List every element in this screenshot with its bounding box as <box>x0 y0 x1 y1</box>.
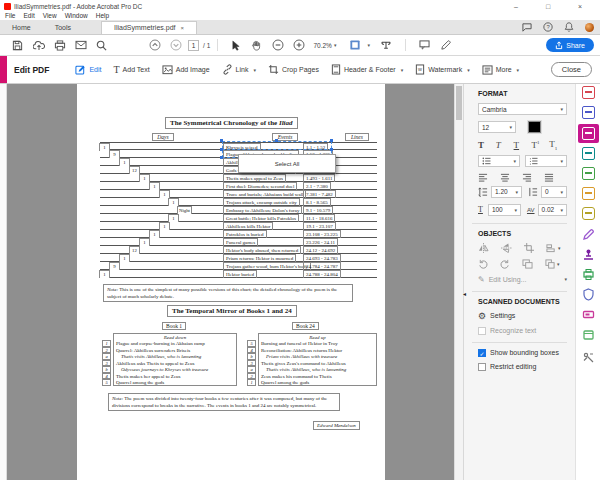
zoom-out-icon[interactable] <box>267 39 288 51</box>
share-button[interactable]: Share <box>546 38 594 52</box>
table-row[interactable]: 1Patroklos is buried23.108 - 23.225 <box>100 230 377 238</box>
tab-home[interactable]: Home <box>0 22 43 34</box>
zoom-caret-icon[interactable]: ▾ <box>334 42 337 48</box>
request-signatures-tool-icon[interactable] <box>582 187 595 200</box>
menu-view[interactable]: View <box>43 12 57 19</box>
crop-object-icon[interactable] <box>524 243 534 253</box>
settings-button[interactable]: ⚙ Settings <box>478 311 567 321</box>
table-row[interactable]: 9Trojans gather wood, burn Hektor's body… <box>100 262 377 270</box>
table-row[interactable]: 1Great battle; Hektor kills Patroklos11.… <box>100 214 377 222</box>
note-2[interactable]: Note: The poem was divided into twenty-f… <box>108 393 340 411</box>
table-row[interactable]: 1Thetis makes appeal to Zeus1.493 - 1.61… <box>100 174 377 182</box>
horizontal-scale-dropdown[interactable]: 100▾ <box>488 204 521 216</box>
panel-collapse-icon[interactable]: ◂ <box>463 290 466 297</box>
minimize-button[interactable]: – <box>500 3 532 10</box>
fill-sign-tool-icon[interactable] <box>582 227 595 240</box>
selection-handle[interactable] <box>275 139 278 142</box>
menu-edit[interactable]: Edit <box>23 12 34 19</box>
share-cloud-icon[interactable] <box>28 40 49 51</box>
recognize-text-checkbox[interactable] <box>478 327 486 335</box>
select-all-menu-item[interactable]: Select All <box>275 161 300 167</box>
replace-pages-icon[interactable] <box>522 259 533 269</box>
add-text-button[interactable]: T Add Text <box>113 64 149 75</box>
previous-page-icon[interactable] <box>144 39 165 51</box>
flip-horizontal-icon[interactable] <box>478 243 489 253</box>
table-row[interactable]: 1Hektor buried24.788 - 24.804 <box>100 270 377 278</box>
organize-pages-tool-icon[interactable] <box>582 167 595 180</box>
tab-document[interactable]: IliadSymmetries.pdf × <box>101 21 197 34</box>
char-spacing-dropdown[interactable]: 0.02▾ <box>538 204 567 216</box>
note-1[interactable]: Note: This is one of the simplest of man… <box>103 284 353 302</box>
align-right-icon[interactable] <box>522 173 532 182</box>
protect-tool-icon[interactable] <box>582 287 595 300</box>
font-color-swatch[interactable] <box>528 121 541 133</box>
export-pdf-tool-icon[interactable] <box>582 86 595 99</box>
book24-list[interactable]: Read up Burning and funeral of Hektor in… <box>258 333 377 386</box>
align-left-icon[interactable] <box>478 173 488 182</box>
maximize-button[interactable]: □ <box>532 3 564 10</box>
add-image-button[interactable]: Add Image <box>162 65 210 75</box>
book1-list[interactable]: Read down Plague and corpse-burning in A… <box>113 333 237 386</box>
doc-title[interactable]: The Symmetrical Chronology of the Iliad <box>165 117 298 129</box>
font-size-dropdown[interactable]: 12▾ <box>478 121 516 133</box>
selection-handle[interactable] <box>220 156 223 159</box>
more-button[interactable]: More▾ <box>482 65 519 75</box>
comment-tool-icon[interactable] <box>582 207 595 220</box>
italic-button[interactable]: T <box>496 140 514 150</box>
table-row[interactable]: 1Funeral games23.226 - 24.11 <box>100 238 377 246</box>
flip-vertical-icon[interactable] <box>501 243 512 253</box>
font-family-dropdown[interactable]: Cambria▾ <box>478 103 567 115</box>
vertical-scrollbar[interactable] <box>454 84 463 480</box>
table-row[interactable]: 1Akhilleus kills Hektor19.1 - 23.107 <box>100 222 377 230</box>
tab-close-icon[interactable]: × <box>181 25 185 31</box>
col-header-days[interactable]: Days <box>152 133 174 141</box>
edit-pdf-tool-icon-active[interactable] <box>578 124 599 143</box>
page-number-input[interactable]: 1 <box>188 40 199 51</box>
table-row[interactable]: 1Trojans attack, encamp outside city8.1 … <box>100 198 377 206</box>
header-footer-button[interactable]: Header & Footer▾ <box>331 64 403 75</box>
show-bounding-boxes-checkbox[interactable]: ✓ <box>478 349 486 357</box>
selection-handle[interactable] <box>330 148 333 151</box>
table-row[interactable]: 1Truce and burials; Akhaians build wall7… <box>100 190 377 198</box>
notifications-bell-icon[interactable] <box>564 22 574 32</box>
selection-handle[interactable] <box>220 139 223 142</box>
scrollbar-thumb[interactable] <box>456 86 462 120</box>
page-display-caret-icon[interactable]: ▾ <box>367 42 370 48</box>
bold-button[interactable]: T <box>478 140 496 150</box>
table-row[interactable]: 12Hektor's body abused, then returned24.… <box>100 246 377 254</box>
user-avatar[interactable] <box>585 23 594 32</box>
crop-pages-button[interactable]: Crop Pages <box>268 64 319 75</box>
numbered-list-dropdown[interactable]: ▾ <box>525 155 567 167</box>
table-row[interactable]: 1First duel: Diomedes; second duel2.1 - … <box>100 182 377 190</box>
align-justify-icon[interactable] <box>544 173 554 182</box>
paragraph-spacing-dropdown[interactable]: 0▾ <box>541 186 567 198</box>
underline-button[interactable]: T <box>514 140 532 150</box>
table-row[interactable]: 1Priam returns: Hektor is mourned24.693 … <box>100 254 377 262</box>
arrange-objects-dropdown[interactable]: ▾ <box>545 259 560 269</box>
table-row[interactable]: NightEmbassy to Akhilleus; Dolon's foray… <box>100 206 377 214</box>
tab-tools[interactable]: Tools <box>43 22 83 34</box>
left-panel-strip[interactable] <box>0 84 7 480</box>
zoom-level[interactable]: 70.2% <box>313 42 331 49</box>
search-icon[interactable] <box>91 40 112 51</box>
more-tools-icon[interactable] <box>582 350 595 363</box>
menu-window[interactable]: Window <box>65 12 88 19</box>
subscript-button[interactable]: T1 <box>549 139 567 151</box>
feedback-icon[interactable] <box>522 23 532 32</box>
email-icon[interactable] <box>70 40 91 50</box>
close-window-button[interactable]: × <box>564 3 596 10</box>
edit-tool-button[interactable]: Edit <box>75 64 101 75</box>
comment-icon[interactable] <box>414 40 435 50</box>
book24-label[interactable]: Book 24 <box>292 322 319 330</box>
align-center-icon[interactable] <box>500 173 510 182</box>
print-icon[interactable] <box>49 40 70 51</box>
signature[interactable]: Edward Mendelson <box>313 421 360 430</box>
mirror-title[interactable]: The Temporal Mirror of Books 1 and 24 <box>167 305 297 317</box>
restrict-editing-row[interactable]: Restrict editing <box>478 363 567 371</box>
compress-pdf-tool-icon[interactable] <box>582 327 595 340</box>
superscript-button[interactable]: T1 <box>531 140 549 150</box>
next-page-icon[interactable] <box>165 39 186 51</box>
print-production-tool-icon[interactable] <box>582 267 595 280</box>
help-icon[interactable]: ? <box>543 22 553 32</box>
redact-tool-icon[interactable] <box>582 307 595 320</box>
